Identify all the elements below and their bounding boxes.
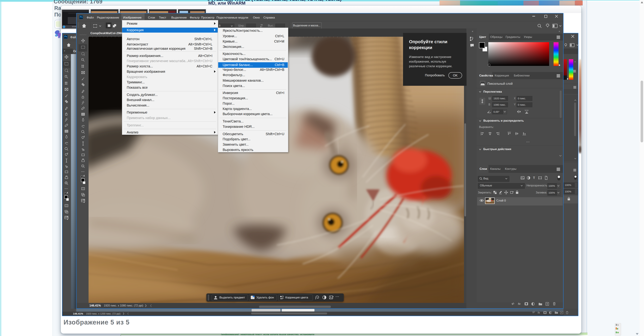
svg-text:fx: fx	[538, 311, 540, 314]
